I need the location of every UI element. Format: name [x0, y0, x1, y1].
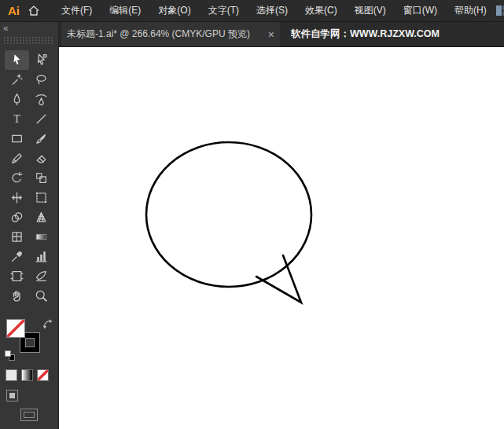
document-tab-title: 未标题-1.ai* @ 266.64% (CMYK/GPU 预览): [67, 28, 263, 41]
menubar: Ai 文件(F)编辑(E)对象(O)文字(T)选择(S)效果(C)视图(V)窗口…: [0, 0, 504, 22]
pencil-tool-icon: [10, 152, 24, 165]
site-watermark-text: 软件自学网：WWW.RJZXW.COM: [281, 22, 440, 46]
gradient-button[interactable]: [21, 369, 33, 381]
rotate-tool[interactable]: [5, 168, 29, 188]
toolbar-header: «: [0, 22, 59, 47]
magic-wand-tool[interactable]: [5, 70, 29, 90]
color-mode-buttons: [6, 369, 49, 381]
lasso-tool[interactable]: [29, 70, 53, 90]
magic-wand-tool-icon: [10, 73, 24, 86]
illustrator-app: Ai 文件(F)编辑(E)对象(O)文字(T)选择(S)效果(C)视图(V)窗口…: [0, 0, 504, 429]
menu-items: 文件(F)编辑(E)对象(O)文字(T)选择(S)效果(C)视图(V)窗口(W)…: [53, 0, 495, 21]
menu-help[interactable]: 帮助(H): [446, 0, 495, 21]
svg-text:T: T: [13, 113, 20, 125]
slice-tool-icon: [35, 270, 48, 283]
toolbar-drag-handle[interactable]: [3, 36, 53, 44]
gradient-tool-icon: [35, 230, 48, 244]
drawing-mode-icon: [9, 393, 15, 398]
artboard-tool-icon: [10, 270, 24, 283]
menu-effect[interactable]: 效果(C): [296, 0, 346, 21]
pen-tool[interactable]: [5, 90, 29, 109]
perspective-grid-tool-icon: [35, 211, 48, 224]
selection-tool-icon: [10, 53, 24, 67]
free-transform-tool-icon: [35, 191, 48, 204]
rectangle-tool-icon: [10, 132, 24, 145]
scale-tool-icon: [35, 171, 48, 185]
mesh-tool[interactable]: [5, 227, 29, 247]
toolbar: T: [0, 47, 59, 429]
menu-type[interactable]: 文字(T): [200, 0, 248, 21]
canvas[interactable]: [59, 47, 504, 429]
mesh-tool-icon: [10, 230, 24, 244]
artboard-tool[interactable]: [5, 266, 29, 286]
tabbar: 未标题-1.ai* @ 266.64% (CMYK/GPU 预览) × 软件自学…: [0, 22, 504, 47]
pencil-tool[interactable]: [5, 148, 29, 168]
direct-selection-tool-icon: [35, 53, 48, 67]
menu-window[interactable]: 窗口(W): [395, 0, 446, 21]
app-logo[interactable]: Ai: [8, 4, 20, 17]
screen-mode-button[interactable]: [20, 409, 38, 421]
zoom-tool-icon: [35, 289, 48, 302]
menu-object[interactable]: 对象(O): [149, 0, 199, 21]
workspace-switcher-icon: [495, 5, 504, 16]
default-fill-stroke-icon[interactable]: [5, 350, 17, 362]
perspective-grid-tool[interactable]: [29, 207, 53, 227]
paintbrush-tool[interactable]: [29, 129, 53, 148]
menu-select[interactable]: 选择(S): [248, 0, 296, 21]
hand-tool[interactable]: [5, 286, 29, 306]
type-tool[interactable]: T: [5, 109, 29, 129]
eyedropper-tool[interactable]: [5, 247, 29, 266]
pen-tool-icon: [10, 93, 24, 106]
color-button[interactable]: [6, 369, 17, 381]
shape-builder-tool[interactable]: [5, 207, 29, 227]
menu-view[interactable]: 视图(V): [346, 0, 395, 21]
direct-selection-tool[interactable]: [29, 50, 53, 70]
gradient-tool[interactable]: [29, 227, 53, 247]
tools-grid: T: [5, 50, 53, 306]
tab-close-icon[interactable]: ×: [268, 28, 274, 41]
lasso-tool-icon: [35, 73, 48, 86]
fill-swatch[interactable]: [6, 319, 25, 338]
home-icon[interactable]: [28, 5, 40, 16]
rectangle-tool[interactable]: [5, 129, 29, 148]
line-segment-tool-icon: [35, 112, 48, 126]
curvature-tool[interactable]: [29, 90, 53, 109]
scale-tool[interactable]: [29, 168, 53, 188]
menu-edit[interactable]: 编辑(E): [101, 0, 149, 21]
graph-tool[interactable]: [29, 247, 53, 266]
paintbrush-tool-icon: [35, 132, 48, 145]
rotate-tool-icon: [10, 171, 24, 185]
eraser-tool[interactable]: [29, 148, 53, 168]
curvature-tool-icon: [35, 93, 48, 106]
width-tool-icon: [10, 191, 24, 204]
selection-tool[interactable]: [5, 50, 29, 70]
hand-tool-icon: [10, 289, 24, 302]
workspace-switcher-button[interactable]: [495, 5, 504, 16]
type-tool-icon: T: [10, 112, 24, 126]
default-fill-chip: [5, 350, 11, 357]
speech-bubble-artwork: [59, 47, 504, 429]
swap-fill-stroke-icon[interactable]: [42, 318, 53, 332]
screen-mode-icon: [24, 412, 35, 418]
menu-file[interactable]: 文件(F): [53, 0, 101, 21]
slice-tool[interactable]: [29, 266, 53, 286]
line-segment-tool[interactable]: [29, 109, 53, 129]
document-tab[interactable]: 未标题-1.ai* @ 266.64% (CMYK/GPU 预览) ×: [60, 22, 281, 46]
graph-tool-icon: [35, 250, 48, 263]
shape-builder-tool-icon: [10, 211, 24, 224]
width-tool[interactable]: [5, 188, 29, 207]
fill-stroke-controls: [5, 317, 55, 363]
none-button[interactable]: [37, 369, 49, 381]
zoom-tool[interactable]: [29, 286, 53, 306]
eyedropper-tool-icon: [10, 250, 24, 263]
free-transform-tool[interactable]: [29, 188, 53, 207]
eraser-tool-icon: [35, 152, 48, 165]
drawing-mode-button[interactable]: [6, 390, 18, 402]
collapse-toolbar-icon[interactable]: «: [3, 23, 9, 34]
